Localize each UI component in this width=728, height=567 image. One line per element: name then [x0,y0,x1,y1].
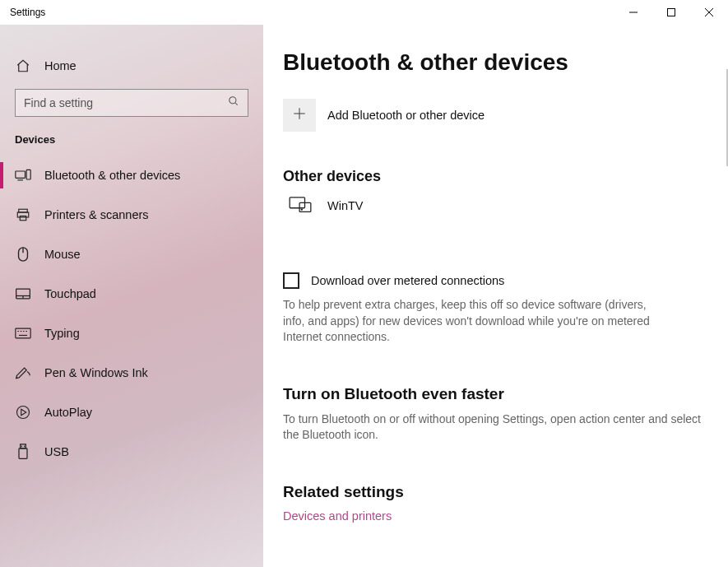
window-title: Settings [10,7,45,18]
svg-rect-17 [16,328,30,338]
sidebar-item-label: Touchpad [44,287,96,300]
printer-icon [15,207,31,222]
svg-rect-1 [668,9,675,16]
monitor-icon [288,197,313,215]
close-button[interactable] [690,0,728,25]
titlebar: Settings [0,0,728,25]
sidebar-item-printers[interactable]: Printers & scanners [0,195,263,235]
page-heading: Bluetooth & other devices [283,49,712,76]
sidebar-item-touchpad[interactable]: Touchpad [0,274,263,314]
search-icon [228,95,239,110]
device-name: WinTV [327,199,364,212]
search-box[interactable] [15,89,248,117]
sidebar-item-label: Bluetooth & other devices [44,169,180,182]
svg-point-23 [17,407,30,419]
sidebar-item-autoplay[interactable]: AutoPlay [0,393,263,432]
svg-rect-25 [19,448,27,459]
sidebar-item-usb[interactable]: USB [0,432,263,472]
device-item[interactable]: WinTV [283,197,712,215]
metered-help-text: To help prevent extra charges, keep this… [283,297,661,346]
sidebar: Home Devices Bluetooth & other devices [0,25,263,567]
other-devices-heading: Other devices [283,168,712,185]
svg-point-32 [301,209,302,210]
devices-icon [15,169,31,182]
svg-rect-11 [20,216,26,221]
svg-rect-6 [16,171,26,178]
svg-rect-10 [17,212,29,217]
metered-checkbox[interactable] [283,272,299,289]
add-device-label: Add Bluetooth or other device [327,109,485,122]
svg-rect-7 [26,170,30,179]
autoplay-icon [15,405,31,420]
add-device-row[interactable]: Add Bluetooth or other device [283,99,712,132]
faster-heading: Turn on Bluetooth even faster [283,385,712,403]
sidebar-item-typing[interactable]: Typing [0,314,263,353]
sidebar-item-label: AutoPlay [44,406,92,419]
maximize-button[interactable] [652,0,690,25]
sidebar-item-label: Printers & scanners [44,208,149,221]
mouse-icon [15,246,31,263]
pen-icon [15,365,31,380]
add-device-tile[interactable] [283,99,316,132]
content-area: Bluetooth & other devices Add Bluetooth … [263,25,728,567]
nav-home-label: Home [44,59,77,72]
sidebar-item-label: Pen & Windows Ink [44,366,148,379]
faster-text: To turn Bluetooth on or off without open… [283,411,711,444]
search-container [0,89,263,117]
sidebar-item-pen[interactable]: Pen & Windows Ink [0,353,263,393]
plus-icon [292,106,307,124]
window-controls [614,0,728,25]
nav-home[interactable]: Home [0,46,263,86]
settings-window: Settings Home [0,0,728,567]
search-input[interactable] [24,96,228,109]
touchpad-icon [15,287,31,300]
sidebar-item-label: USB [44,445,69,458]
window-body: Home Devices Bluetooth & other devices [0,25,728,567]
svg-rect-24 [21,444,26,448]
devices-and-printers-link[interactable]: Devices and printers [283,509,712,523]
home-icon [15,58,31,73]
keyboard-icon [15,328,31,339]
minimize-button[interactable] [614,0,652,25]
sidebar-item-label: Typing [44,327,80,340]
metered-label: Download over metered connections [311,274,504,287]
sidebar-section-label: Devices [0,133,263,156]
svg-line-5 [235,103,238,105]
related-settings-heading: Related settings [283,483,712,501]
sidebar-item-mouse[interactable]: Mouse [0,235,263,274]
svg-point-4 [230,97,236,104]
usb-icon [15,444,31,460]
sidebar-item-bluetooth[interactable]: Bluetooth & other devices [0,156,263,195]
metered-checkbox-row[interactable]: Download over metered connections [283,272,712,289]
sidebar-item-label: Mouse [44,248,81,261]
